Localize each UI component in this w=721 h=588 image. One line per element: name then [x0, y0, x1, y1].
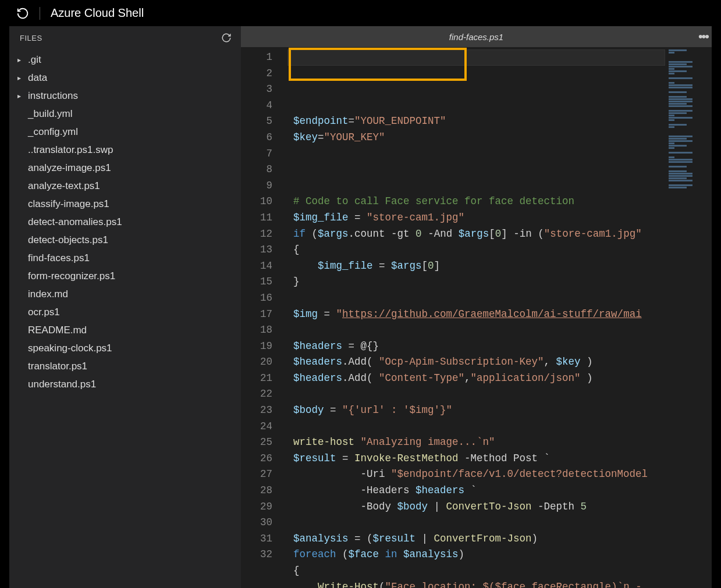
tab-filename[interactable]: find-faces.ps1	[449, 32, 503, 42]
file-label: index.md	[28, 288, 68, 300]
file-item[interactable]: analyze-text.ps1	[9, 177, 241, 195]
code-line[interactable]: -Headers $headers `	[287, 483, 665, 499]
file-label: detect-anomalies.ps1	[28, 216, 122, 228]
files-header: FILES	[20, 34, 42, 42]
minimap[interactable]	[665, 47, 712, 588]
file-label: ocr.ps1	[28, 307, 60, 318]
code-line[interactable]: -Body $body | ConvertTo-Json -Depth 5	[287, 499, 665, 515]
code-line[interactable]: # Code to call Face service for face det…	[287, 194, 665, 210]
file-label: README.md	[28, 325, 87, 336]
file-label: translator.ps1	[28, 361, 87, 372]
code-content[interactable]: $endpoint="YOUR_ENDPOINT"$key="YOUR_KEY"…	[287, 47, 665, 588]
code-line[interactable]	[287, 515, 665, 531]
file-item[interactable]: find-faces.ps1	[9, 249, 241, 267]
code-line[interactable]: {	[287, 563, 665, 579]
file-item[interactable]: classify-image.ps1	[9, 195, 241, 213]
file-item[interactable]: _build.yml	[9, 105, 241, 123]
code-line[interactable]: -Uri "$endpoint/face/v1.0/detect?detecti…	[287, 466, 665, 483]
file-item[interactable]: understand.ps1	[9, 375, 241, 393]
file-label: ..translator.ps1.swp	[28, 144, 113, 156]
file-item[interactable]: ocr.ps1	[9, 303, 241, 321]
code-line[interactable]: $body = "{'url' : '$img'}"	[287, 402, 665, 419]
file-label: detect-objects.ps1	[28, 234, 108, 246]
refresh-icon[interactable]	[221, 33, 232, 43]
folder-label: data	[28, 72, 47, 84]
code-line[interactable]: Write-Host("Face location: $($face.faceR…	[287, 579, 665, 588]
code-line[interactable]: $analysis = ($result | ConvertFrom-Json)	[287, 531, 665, 547]
file-item[interactable]: README.md	[9, 321, 241, 339]
more-icon[interactable]: •••	[698, 29, 708, 44]
code-line[interactable]: $img_file = $args[0]	[287, 258, 665, 275]
file-label: classify-image.ps1	[28, 198, 109, 210]
file-label: form-recognizer.ps1	[28, 270, 115, 282]
code-line[interactable]	[287, 146, 665, 162]
code-line[interactable]: foreach ($face in $analysis)	[287, 547, 665, 563]
code-line[interactable]: $endpoint="YOUR_ENDPOINT"	[287, 113, 665, 130]
folder-label: instructions	[28, 90, 78, 102]
app-title: Azure Cloud Shell	[51, 6, 144, 20]
file-item[interactable]: detect-anomalies.ps1	[9, 213, 241, 231]
code-line[interactable]	[287, 162, 665, 178]
titlebar: Azure Cloud Shell	[9, 0, 721, 26]
file-label: speaking-clock.ps1	[28, 343, 112, 354]
folder-data[interactable]: ▸data	[9, 69, 241, 87]
file-explorer: FILES ▸.git ▸data ▸instructions _build.y…	[9, 26, 241, 588]
file-item[interactable]: speaking-clock.ps1	[9, 339, 241, 357]
code-line[interactable]: $headers.Add( "Content-Type","applicatio…	[287, 370, 665, 387]
folder-git[interactable]: ▸.git	[9, 51, 241, 69]
chevron-right-icon: ▸	[17, 74, 26, 82]
chevron-right-icon: ▸	[17, 56, 26, 64]
code-line[interactable]	[287, 386, 665, 402]
file-label: _build.yml	[28, 108, 73, 120]
file-label: find-faces.ps1	[28, 252, 90, 264]
code-line[interactable]	[287, 419, 665, 435]
code-line[interactable]: $headers = @{}	[287, 338, 665, 355]
tab-bar: find-faces.ps1 •••	[241, 26, 712, 47]
file-item[interactable]: translator.ps1	[9, 357, 241, 375]
file-item[interactable]: analyze-image.ps1	[9, 159, 241, 177]
code-line[interactable]	[287, 322, 665, 338]
code-line[interactable]: {	[287, 242, 665, 258]
toolbar-divider	[40, 7, 40, 20]
file-item[interactable]: _config.yml	[9, 123, 241, 141]
folder-label: .git	[28, 54, 41, 66]
code-line[interactable]: write-host "Analyzing image...`n"	[287, 434, 665, 451]
code-line[interactable]: $key="YOUR_KEY"	[287, 130, 665, 146]
file-item[interactable]: ..translator.ps1.swp	[9, 141, 241, 159]
code-editor[interactable]: find-faces.ps1 ••• 123456789101112131415…	[241, 26, 712, 588]
line-gutter: 1234567891011121314151617181920212223242…	[241, 47, 287, 588]
code-line[interactable]: $img_file = "store-cam1.jpg"	[287, 210, 665, 226]
file-item[interactable]: index.md	[9, 285, 241, 303]
current-line-highlight	[287, 49, 665, 66]
file-label: understand.ps1	[28, 379, 96, 390]
code-line[interactable]	[287, 178, 665, 194]
chevron-right-icon: ▸	[17, 92, 26, 100]
file-label: _config.yml	[28, 126, 78, 138]
file-item[interactable]: form-recognizer.ps1	[9, 267, 241, 285]
file-label: analyze-text.ps1	[28, 180, 100, 192]
code-line[interactable]: $headers.Add( "Ocp-Apim-Subscription-Key…	[287, 354, 665, 370]
code-line[interactable]	[287, 290, 665, 307]
file-label: analyze-image.ps1	[28, 162, 111, 174]
folder-instructions[interactable]: ▸instructions	[9, 87, 241, 105]
code-line[interactable]: $result = Invoke-RestMethod -Method Post…	[287, 451, 665, 467]
restart-icon[interactable]	[16, 7, 29, 20]
file-item[interactable]: detect-objects.ps1	[9, 231, 241, 249]
code-line[interactable]: }	[287, 274, 665, 290]
code-line[interactable]: if ($args.count -gt 0 -And $args[0] -in …	[287, 226, 665, 243]
code-line[interactable]: $img = "https://github.com/GraemeMalcolm…	[287, 307, 665, 323]
